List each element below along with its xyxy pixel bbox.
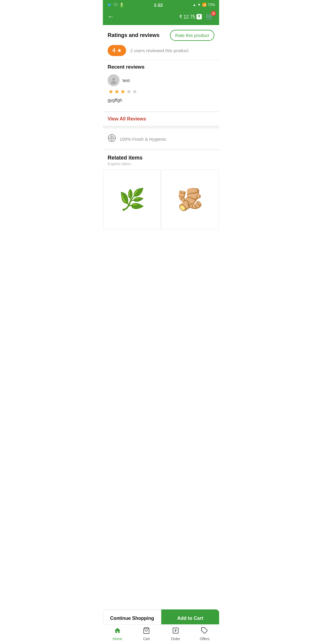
status-time: 1:22 bbox=[154, 2, 163, 7]
svg-point-1 bbox=[111, 81, 116, 84]
status-right: ▲ ▼ 📶 72% bbox=[193, 3, 215, 7]
related-item-coriander[interactable]: 🌿 bbox=[103, 170, 161, 229]
status-bar: 🐦 🛡 🔋 1:22 ▲ ▼ 📶 72% bbox=[103, 0, 219, 10]
battery-icon: 🔋 bbox=[119, 3, 124, 7]
view-all-reviews-link[interactable]: View All Reviews bbox=[108, 116, 146, 121]
wallet-value: ₹ 12.75 bbox=[179, 14, 195, 20]
related-section: Related items Explore More.. 🌿 🫚 🥒 bbox=[103, 150, 219, 229]
twitter-icon: 🐦 bbox=[107, 3, 112, 7]
star-4: ★ bbox=[126, 88, 131, 95]
header-left: ← bbox=[108, 13, 114, 21]
star-5: ★ bbox=[132, 88, 137, 95]
wifi-icon: ▼ bbox=[197, 3, 201, 7]
reviews-section: Recent reviews test ★ ★ ★ ★ ★ gygffgh bbox=[103, 60, 219, 112]
network-icon: ▲ bbox=[193, 3, 196, 7]
avatar bbox=[108, 74, 120, 86]
star-2: ★ bbox=[114, 88, 120, 95]
rating-star-icon: ★ bbox=[117, 48, 121, 53]
ratings-header: Ratings and reviews Rate this product bbox=[108, 30, 214, 41]
ginger-image: 🫚 bbox=[162, 173, 219, 226]
stars-row: ★ ★ ★ ★ ★ bbox=[108, 88, 214, 95]
cart-icon-wrap[interactable]: 🛒 0 bbox=[205, 13, 214, 21]
ratings-section: Ratings and reviews Rate this product 4 … bbox=[103, 25, 219, 60]
wallet-amount: ₹ 12.75 ₹ bbox=[179, 14, 202, 20]
rating-count-text: 2 users reviewed this product bbox=[130, 48, 188, 53]
rating-value: 4 bbox=[112, 47, 115, 54]
header: ← ₹ 12.75 ₹ 🛒 0 bbox=[103, 10, 219, 25]
fresh-text: 100% Fresh & Hygienic bbox=[120, 137, 166, 142]
related-title: Related items bbox=[108, 155, 214, 161]
signal-icon: 📶 bbox=[202, 3, 207, 7]
star-1: ★ bbox=[108, 88, 114, 95]
related-subtitle: Explore More.. bbox=[108, 162, 214, 166]
rating-summary: 4 ★ 2 users reviewed this product bbox=[108, 45, 214, 56]
status-left-icons: 🐦 🛡 🔋 bbox=[107, 3, 124, 7]
rate-product-button[interactable]: Rate this product bbox=[170, 30, 214, 41]
battery-percent: 72% bbox=[208, 3, 215, 7]
related-items-row: 🌿 🫚 🥒 bbox=[103, 170, 219, 229]
related-item-ginger[interactable]: 🫚 bbox=[161, 170, 219, 229]
coriander-image: 🌿 bbox=[103, 173, 160, 226]
review-text: gygffgh bbox=[108, 97, 214, 103]
spacer-bottom bbox=[103, 229, 219, 268]
review-item: test ★ ★ ★ ★ ★ gygffgh bbox=[108, 74, 214, 103]
reviewer-row: test bbox=[108, 74, 214, 86]
recent-reviews-title: Recent reviews bbox=[108, 64, 214, 70]
star-3: ★ bbox=[120, 88, 126, 95]
view-all-reviews-section[interactable]: View All Reviews bbox=[103, 112, 219, 126]
fresh-icon bbox=[108, 134, 116, 144]
header-right: ₹ 12.75 ₹ 🛒 0 bbox=[179, 13, 214, 21]
content: Ratings and reviews Rate this product 4 … bbox=[103, 25, 219, 268]
shield-icon: 🛡 bbox=[114, 3, 117, 7]
reviewer-name: test bbox=[123, 78, 130, 83]
wallet-icon: ₹ bbox=[196, 14, 202, 19]
back-button[interactable]: ← bbox=[108, 13, 114, 21]
divider-thick bbox=[103, 126, 219, 129]
rating-badge: 4 ★ bbox=[108, 45, 126, 56]
ratings-title: Ratings and reviews bbox=[108, 32, 160, 38]
svg-point-0 bbox=[112, 78, 115, 81]
cart-badge: 0 bbox=[211, 11, 216, 16]
fresh-section: 100% Fresh & Hygienic bbox=[103, 129, 219, 150]
